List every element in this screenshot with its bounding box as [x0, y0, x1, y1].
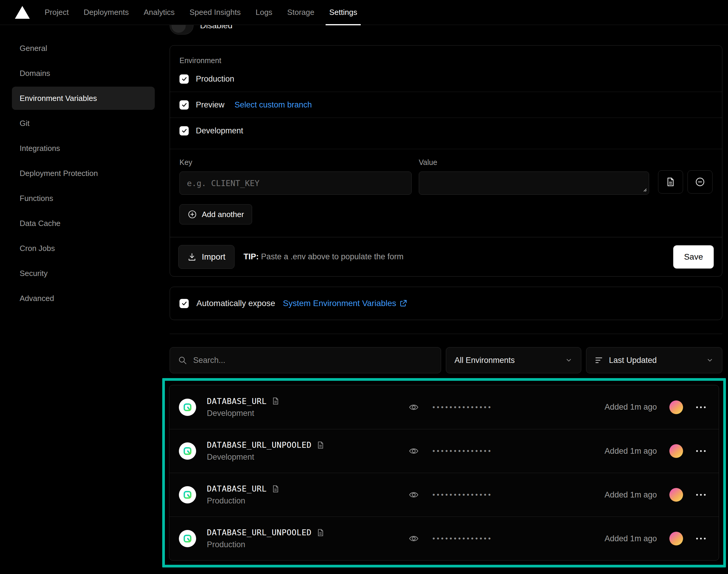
search-icon — [178, 356, 187, 365]
env-var-environment: Development — [207, 453, 325, 462]
save-button[interactable]: Save — [673, 245, 714, 269]
sort-dropdown[interactable]: Last Updated — [586, 347, 722, 373]
note-icon[interactable] — [271, 485, 280, 493]
nav-item-speed-insights[interactable]: Speed Insights — [189, 0, 241, 25]
key-value-row: Key Value — [170, 149, 722, 195]
sidebar-item-functions[interactable]: Functions — [12, 186, 155, 211]
production-checkbox[interactable] — [179, 74, 189, 84]
eye-icon[interactable] — [409, 446, 419, 456]
row-names: DATABASE_URL_UNPOOLEDDevelopment — [207, 440, 325, 462]
search-input[interactable] — [193, 356, 433, 365]
remove-row-button[interactable] — [688, 170, 713, 194]
eye-icon[interactable] — [409, 402, 419, 412]
nav-item-settings[interactable]: Settings — [329, 0, 357, 25]
environment-filter-dropdown[interactable]: All Environments — [446, 347, 581, 373]
neon-logo-icon — [182, 402, 193, 413]
row-menu-icon — [695, 406, 706, 409]
added-timestamp: Added 1m ago — [604, 534, 657, 543]
env-var-name: DATABASE_URL — [207, 484, 267, 493]
preview-checkbox[interactable] — [179, 100, 189, 110]
env-var-environment: Production — [207, 540, 325, 549]
row-names: DATABASE_URLProduction — [207, 484, 280, 505]
env-variable-form: Environment ProductionPreviewSelect cust… — [170, 45, 722, 277]
tip-text: TIP: Paste a .env above to populate the … — [244, 252, 403, 261]
add-another-label: Add another — [202, 210, 244, 219]
row-menu-button[interactable] — [695, 537, 706, 540]
external-link-icon — [399, 299, 408, 308]
note-icon[interactable] — [316, 528, 325, 537]
sidebar-item-environment-variables[interactable]: Environment Variables — [12, 87, 155, 110]
sidebar-item-security[interactable]: Security — [12, 261, 155, 286]
environment-filter-value: All Environments — [455, 356, 515, 365]
system-env-variables-link[interactable]: System Environment Variables — [283, 299, 408, 308]
nav-item-deployments[interactable]: Deployments — [84, 0, 129, 25]
expose-checkbox[interactable] — [179, 299, 189, 308]
row-menu-button[interactable] — [695, 406, 706, 409]
sidebar-item-data-cache[interactable]: Data Cache — [12, 211, 155, 236]
eye-icon[interactable] — [409, 534, 419, 544]
value-input[interactable] — [419, 171, 649, 195]
environment-checkbox-list: ProductionPreviewSelect custom branchDev… — [170, 66, 722, 149]
row-menu-icon — [695, 450, 706, 453]
paste-env-file-button[interactable] — [658, 170, 683, 194]
check-icon — [181, 76, 187, 82]
nav-item-logs[interactable]: Logs — [256, 0, 272, 25]
nav-items: ProjectDeploymentsAnalyticsSpeed Insight… — [45, 0, 357, 25]
settings-sidebar: GeneralDomainsEnvironment VariablesGitIn… — [12, 25, 155, 311]
environment-row-development: Development — [170, 118, 722, 144]
sidebar-item-domains[interactable]: Domains — [12, 61, 155, 86]
env-var-name: DATABASE_URL_UNPOOLED — [207, 440, 312, 450]
masked-value: •••••••••••••• — [432, 447, 493, 455]
vercel-logo-icon[interactable] — [15, 6, 30, 19]
environment-row-preview: PreviewSelect custom branch — [170, 92, 722, 118]
row-identity: DATABASE_URL_UNPOOLEDProduction — [179, 528, 409, 549]
section-divider — [170, 334, 722, 334]
plus-circle-icon — [187, 210, 197, 219]
note-icon[interactable] — [271, 397, 280, 405]
development-label: Development — [196, 126, 243, 135]
note-icon[interactable] — [316, 441, 325, 449]
sidebar-item-cron-jobs[interactable]: Cron Jobs — [12, 236, 155, 261]
check-icon — [181, 300, 187, 306]
row-menu-button[interactable] — [695, 450, 706, 453]
nav-item-analytics[interactable]: Analytics — [144, 0, 175, 25]
expose-label: Automatically expose — [197, 299, 275, 308]
environment-section-label: Environment — [179, 56, 713, 65]
key-input[interactable] — [179, 171, 412, 195]
minus-circle-icon — [695, 176, 705, 187]
row-meta: Added 1m ago — [604, 401, 706, 414]
nav-item-project[interactable]: Project — [45, 0, 69, 25]
select-custom-branch-link[interactable]: Select custom branch — [234, 100, 312, 110]
form-footer: Import TIP: Paste a .env above to popula… — [170, 237, 722, 276]
value-column: Value — [419, 158, 649, 195]
system-env-expose-box: Automatically expose System Environment … — [170, 287, 722, 320]
tip-bold: TIP: — [244, 252, 259, 261]
row-menu-icon — [695, 537, 706, 540]
tip-body: Paste a .env above to populate the form — [261, 252, 403, 261]
sidebar-item-advanced[interactable]: Advanced — [12, 286, 155, 311]
env-var-row: DATABASE_URL_UNPOOLEDDevelopment••••••••… — [169, 429, 719, 473]
import-button[interactable]: Import — [178, 245, 234, 269]
sidebar-item-git[interactable]: Git — [12, 111, 155, 136]
search-box — [170, 347, 441, 373]
sidebar-item-integrations[interactable]: Integrations — [12, 136, 155, 161]
preview-label: Preview — [196, 100, 224, 110]
add-another-button[interactable]: Add another — [179, 204, 252, 224]
main-content: Disabled Environment ProductionPreviewSe… — [170, 25, 722, 568]
sidebar-item-deployment-protection[interactable]: Deployment Protection — [12, 161, 155, 186]
chevron-down-icon — [565, 356, 573, 364]
highlighted-region: DATABASE_URLDevelopment••••••••••••••Add… — [162, 378, 726, 568]
added-timestamp: Added 1m ago — [604, 490, 657, 500]
row-menu-button[interactable] — [695, 493, 706, 496]
import-label: Import — [202, 252, 225, 262]
development-checkbox[interactable] — [179, 126, 189, 135]
user-avatar — [669, 532, 683, 545]
nav-item-storage[interactable]: Storage — [287, 0, 314, 25]
sidebar-item-general[interactable]: General — [12, 36, 155, 61]
sort-value: Last Updated — [609, 356, 657, 365]
row-names: DATABASE_URL_UNPOOLEDProduction — [207, 528, 325, 549]
neon-logo-icon — [182, 489, 193, 500]
row-meta: Added 1m ago — [604, 488, 706, 502]
eye-icon[interactable] — [409, 490, 419, 500]
row-value: •••••••••••••• — [409, 446, 604, 456]
